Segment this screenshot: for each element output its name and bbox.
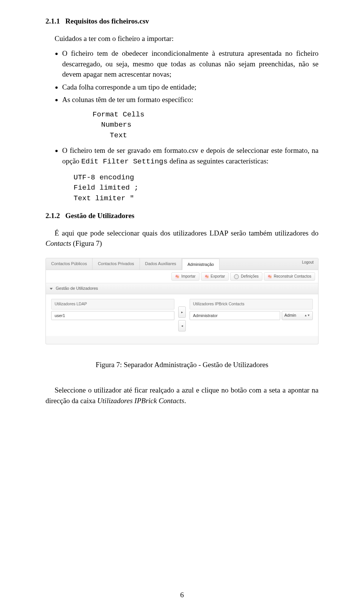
button-label: Exportar	[211, 274, 225, 280]
transfer-arrows: ▸ ◂	[178, 306, 186, 331]
export-button[interactable]: Exportar	[201, 272, 229, 281]
toolbar: Importar Exportar Definições Reconstruir…	[46, 270, 318, 284]
button-label: Definições	[241, 274, 259, 280]
paragraph-final: Seleccione o utilizador até ficar realça…	[46, 385, 318, 406]
heading-number: 2.1.1	[46, 17, 60, 25]
app-screenshot: Contactos Públicos Contactos Privados Da…	[46, 258, 318, 344]
ipbrick-user-item[interactable]: Administrator	[190, 311, 280, 320]
list-item: O ficheiro tem de ser gravado em formato…	[62, 145, 318, 167]
button-label: Importar	[181, 274, 195, 280]
emphasis: Utilizadores IPBrick Contacts	[97, 397, 184, 405]
inline-code: Edit Filter Settings	[81, 157, 168, 166]
logout-link[interactable]: Logout	[302, 260, 314, 265]
bullet-list-a: O ficheiro tem de obedecer incondicional…	[46, 48, 318, 105]
ipbrick-users-group: Utilizadores IPBrick Contacts Administra…	[190, 299, 313, 320]
text-run: É aqui que pode seleccionar quais dos ut…	[55, 229, 318, 237]
updown-caret-icon: ▲▼	[304, 313, 310, 318]
tab-contactos-privados[interactable]: Contactos Privados	[93, 258, 140, 270]
ipbrick-users-header: Utilizadores IPBrick Contacts	[190, 299, 313, 309]
page-number: 6	[0, 590, 364, 600]
heading-211: 2.1.1 Requisitos dos ficheiros.csv	[46, 16, 318, 27]
import-button[interactable]: Importar	[171, 272, 199, 281]
tab-administracao[interactable]: Administração	[182, 259, 220, 270]
chevron-down-icon	[50, 288, 53, 290]
heading-title: Gestão de Utilizadores	[65, 212, 134, 220]
code-block-format-cells: Format Cells Numbers Text	[93, 110, 318, 141]
accordion-title: Gestão de Utilizadores	[56, 286, 98, 292]
code-block-utf8: UTF-8 encoding Field limited ; Text limi…	[74, 173, 318, 204]
heading-212: 2.1.2 Gestão de Utilizadores	[46, 210, 318, 221]
panel-body: Utilizadores LDAP user1 ▸ ◂ Utilizadores…	[46, 294, 318, 336]
gear-icon	[234, 274, 239, 279]
people-icon	[268, 275, 272, 279]
people-icon	[175, 275, 179, 279]
intro-paragraph: Cuidados a ter com o ficheiro a importar…	[46, 33, 318, 44]
people-icon	[205, 275, 209, 279]
tab-contactos-publicos[interactable]: Contactos Públicos	[46, 258, 93, 270]
move-right-button[interactable]: ▸	[178, 306, 186, 318]
text-run: .	[184, 397, 186, 405]
ldap-users-header: Utilizadores LDAP	[51, 299, 174, 309]
list-item: As colunas têm de ter um formato específ…	[62, 94, 318, 105]
accordion-header[interactable]: Gestão de Utilizadores	[46, 283, 318, 294]
text-run: (Figura 7)	[71, 239, 102, 247]
text-run: defina as seguintes características:	[168, 157, 268, 165]
button-label: Reconstruir Contactos	[274, 274, 311, 280]
emphasis: Contacts	[46, 239, 71, 247]
role-select[interactable]: Admin ▲▼	[282, 311, 313, 320]
select-value: Admin	[284, 312, 296, 319]
tab-bar: Contactos Públicos Contactos Privados Da…	[46, 258, 318, 270]
heading-number: 2.1.2	[46, 212, 60, 220]
bullet-list-b: O ficheiro tem de ser gravado em formato…	[46, 145, 318, 167]
list-item: Cada folha corresponde a um tipo de enti…	[62, 82, 318, 93]
paragraph-gestao: É aqui que pode seleccionar quais dos ut…	[46, 228, 318, 249]
figure-caption: Figura 7: Separador Administração - Gest…	[46, 360, 318, 370]
settings-button[interactable]: Definições	[230, 272, 262, 281]
heading-title: Requisitos dos ficheiros.csv	[65, 17, 149, 25]
rebuild-contacts-button[interactable]: Reconstruir Contactos	[264, 272, 315, 281]
ldap-users-group: Utilizadores LDAP user1	[51, 299, 174, 320]
list-item: O ficheiro tem de obedecer incondicional…	[62, 48, 318, 80]
tab-dados-auxiliares[interactable]: Dados Auxiliares	[140, 258, 182, 270]
ldap-user-item[interactable]: user1	[51, 311, 174, 320]
move-left-button[interactable]: ◂	[178, 320, 186, 331]
